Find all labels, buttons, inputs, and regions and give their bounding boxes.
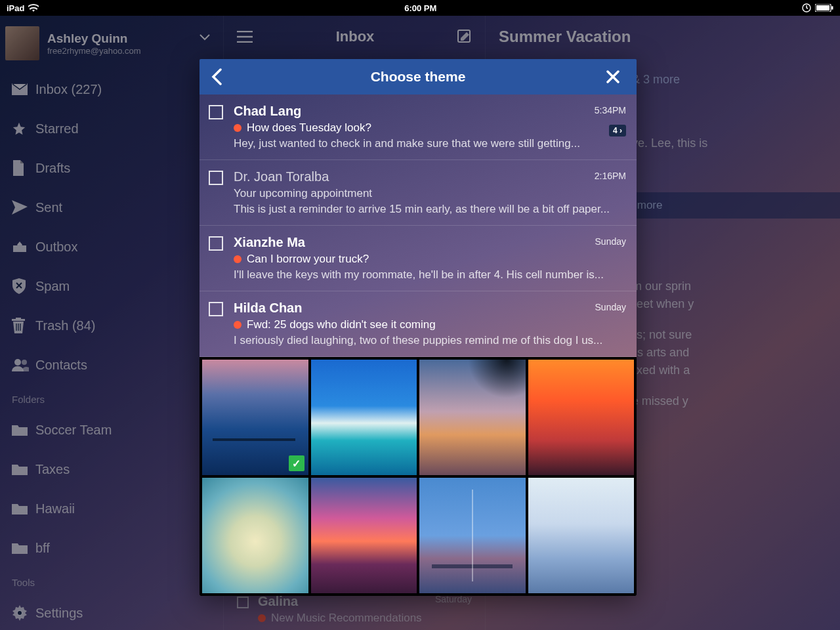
battery-icon (815, 4, 833, 12)
message-preview: I seriously died laughing, two of these … (234, 334, 625, 347)
message-sender: Hilda Chan (234, 301, 625, 316)
message-row[interactable]: Chad LangHow does Tuesday look?Hey, just… (200, 94, 637, 160)
message-row[interactable]: Dr. Joan ToralbaYour upcoming appointmen… (200, 160, 637, 226)
theme-option-6[interactable] (419, 478, 526, 593)
message-sender: Xianzhe Ma (234, 235, 625, 250)
theme-option-5[interactable] (311, 478, 417, 593)
message-time: 2:16PM (595, 171, 626, 181)
message-time: Sunday (595, 236, 626, 247)
unread-dot-icon (234, 255, 242, 263)
theme-option-0[interactable]: ✓ (202, 360, 308, 475)
message-sender: Dr. Joan Toralba (234, 169, 625, 184)
message-time: Sunday (595, 302, 626, 312)
checkbox-icon[interactable] (209, 171, 223, 185)
check-icon: ✓ (289, 455, 304, 471)
message-subject: Your upcoming appointment (234, 187, 625, 200)
checkbox-icon[interactable] (209, 302, 223, 316)
thread-count-badge: 4 › (609, 125, 626, 136)
message-preview: This is just a reminder to arrive 15 min… (234, 203, 625, 216)
clock: 6:00 PM (404, 3, 436, 13)
checkbox-icon[interactable] (209, 105, 223, 119)
message-subject: Can I borrow your truck? (234, 253, 625, 266)
message-preview: I'll leave the keys with my roommate, he… (234, 268, 625, 282)
unread-dot-icon (234, 321, 242, 329)
message-row[interactable]: Xianzhe MaCan I borrow your truck?I'll l… (200, 226, 637, 291)
close-icon[interactable] (606, 70, 625, 83)
message-preview: Hey, just wanted to check in and make su… (234, 137, 625, 150)
message-subject: Fwd: 25 dogs who didn't see it coming (234, 318, 625, 331)
back-icon[interactable] (211, 68, 230, 85)
message-sender: Chad Lang (234, 104, 625, 119)
message-time: 5:34PM (595, 105, 626, 116)
theme-option-4[interactable] (202, 478, 308, 593)
wifi-icon (28, 4, 39, 12)
device-label: iPad (7, 3, 24, 13)
checkbox-icon[interactable] (209, 236, 223, 251)
unread-dot-icon (234, 124, 242, 132)
choose-theme-modal: Choose theme Chad LangHow does Tuesday l… (200, 59, 637, 596)
theme-option-7[interactable] (528, 478, 635, 593)
svg-rect-2 (816, 5, 830, 10)
modal-header: Choose theme (200, 59, 637, 94)
theme-option-3[interactable] (528, 360, 635, 475)
theme-option-2[interactable] (419, 360, 526, 475)
rotation-lock-icon (802, 3, 811, 12)
theme-grid: ✓ (200, 357, 637, 596)
message-row[interactable]: Hilda ChanFwd: 25 dogs who didn't see it… (200, 291, 637, 357)
status-bar: iPad 6:00 PM (0, 0, 840, 16)
modal-title: Choose theme (230, 69, 606, 85)
svg-rect-3 (831, 7, 833, 10)
modal-body: Chad LangHow does Tuesday look?Hey, just… (200, 94, 637, 596)
message-subject: How does Tuesday look? (234, 121, 625, 135)
theme-option-1[interactable] (311, 360, 417, 475)
